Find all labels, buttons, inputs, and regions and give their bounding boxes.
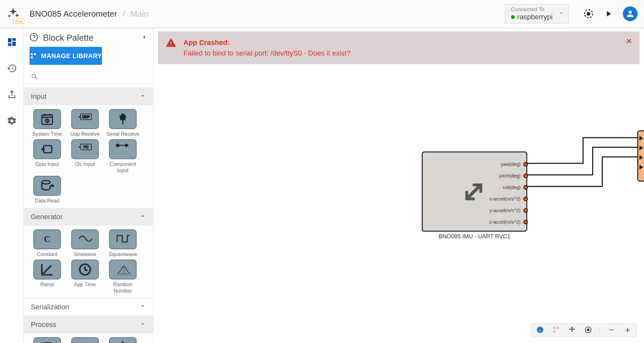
top-bar: Beta BNO085 Accelerometer / Main Connect… [0, 0, 644, 28]
port-triangle [640, 165, 643, 169]
imu-port-2[interactable]: roll(deg) [503, 184, 525, 190]
connection-label: Connected To [511, 6, 553, 13]
block-i2c-input[interactable]: I²CI2c Input [66, 139, 104, 174]
move-icon[interactable] [568, 325, 577, 334]
block-ramp[interactable]: Ramp [28, 260, 66, 294]
center-icon[interactable] [584, 325, 593, 334]
main-layout: Block Palette MANAGE LIBRARY InputSystem… [0, 28, 644, 343]
palette-title: Block Palette [43, 33, 136, 43]
svg-rect-17 [553, 327, 555, 329]
port-dot [523, 185, 528, 190]
snap-icon[interactable] [552, 325, 561, 334]
play-icon[interactable] [601, 6, 616, 21]
random-number-icon [109, 260, 137, 279]
logo: Beta [6, 6, 20, 21]
svg-point-11 [42, 181, 50, 184]
udp-receive-icon: UDP [71, 109, 99, 129]
canvas[interactable]: App Crashed: Failed to bind to serial po… [153, 28, 644, 343]
component-input-icon [109, 139, 137, 159]
collapse-panel-icon[interactable] [141, 34, 147, 42]
beta-badge: Beta [13, 19, 24, 24]
icon-rail [0, 28, 24, 343]
category-header-generator[interactable]: Generator [24, 208, 153, 226]
breadcrumb-project[interactable]: BNO085 Accelerometer [30, 9, 117, 19]
block-squarewave[interactable]: Squarewave [104, 229, 142, 258]
error-message: Failed to bind to serial port: /dev/ttyS… [183, 48, 619, 58]
category-header-serialization[interactable]: Serialization [24, 298, 153, 316]
connection-dropdown[interactable]: Connected To raspberrypi [505, 4, 569, 23]
error-banner: App Crashed: Failed to bind to serial po… [158, 31, 640, 64]
block-udp-receive[interactable]: UDPUdp Receive [66, 109, 104, 137]
info-icon[interactable] [536, 325, 545, 334]
svg-point-10 [116, 144, 119, 147]
rail-settings-icon[interactable] [4, 114, 19, 128]
block-component-input[interactable]: Component Input [104, 139, 142, 174]
chevron-down-icon [140, 303, 146, 311]
category-header-input[interactable]: Input [24, 88, 153, 105]
imu-port-1[interactable]: pitch(deg) [499, 173, 525, 178]
category-header-process[interactable]: Process [24, 316, 153, 333]
sinewave-icon [71, 229, 99, 249]
constant-icon: C [33, 229, 61, 249]
node-plot[interactable]: x1x2x3x... Plot1 [637, 130, 644, 182]
plot-port-2[interactable]: x3 [640, 155, 644, 160]
chevron-down-icon [558, 10, 564, 17]
process-1-icon [33, 337, 61, 343]
squarewave-icon [109, 229, 137, 249]
plot-port-1[interactable]: x2 [640, 145, 644, 150]
manage-library-button[interactable]: MANAGE LIBRARY [30, 47, 102, 65]
svg-rect-18 [557, 327, 559, 329]
block-process-3[interactable] [104, 337, 142, 343]
data-read-icon [33, 176, 61, 196]
imu-port-0[interactable]: yaw(deg) [501, 161, 525, 167]
wires [153, 28, 644, 343]
plot-port-3[interactable]: x... [640, 165, 644, 169]
canvas-toolbar: − + [531, 323, 637, 337]
svg-rect-19 [553, 330, 555, 333]
process-2-icon [71, 337, 99, 343]
block-sinewave[interactable]: Sinewave [66, 229, 104, 258]
avatar[interactable] [623, 6, 638, 21]
rail-history-icon[interactable] [4, 61, 19, 76]
i2c-input-icon: I²C [71, 139, 99, 159]
block-process-2[interactable] [66, 337, 104, 343]
block-data-read[interactable]: Data Read [28, 176, 66, 204]
svg-point-1 [587, 13, 590, 15]
chevron-up-icon [140, 92, 146, 101]
error-title: App Crashed: [183, 37, 619, 48]
deploy-icon[interactable] [581, 6, 596, 21]
warning-icon [165, 37, 176, 50]
imu-port-4[interactable]: y-accel(m/s^2) [489, 208, 525, 213]
block-constant[interactable]: CConstant [28, 229, 66, 258]
block-random-number[interactable]: Random Number [104, 260, 142, 294]
connection-value: raspberrypi [511, 13, 553, 21]
app-time-icon [71, 260, 99, 279]
block-gpio-input[interactable]: Gpio Input [28, 139, 66, 174]
port-dot [523, 174, 528, 178]
rail-dashboard-icon[interactable] [4, 35, 19, 49]
block-app-time[interactable]: App Time [66, 260, 104, 294]
node-imu[interactable]: yaw(deg)pitch(deg)roll(deg)x-accel(m/s^2… [422, 151, 527, 232]
breadcrumb-sep: / [123, 9, 125, 19]
imu-port-3[interactable]: x-accel(m/s^2) [489, 196, 525, 202]
error-close-button[interactable]: ✕ [626, 37, 632, 46]
imu-port-5[interactable]: z-accel(m/s^2) [489, 219, 525, 225]
block-process-1[interactable] [28, 337, 66, 343]
chevron-up-icon [140, 213, 146, 221]
breadcrumb: BNO085 Accelerometer / Main [30, 9, 148, 19]
zoom-out-button[interactable]: − [607, 325, 616, 334]
zoom-in-button[interactable]: + [623, 325, 632, 334]
node-plot-caption: Plot1 [638, 181, 644, 190]
rail-export-icon[interactable] [4, 87, 19, 102]
expand-arrow-icon [463, 180, 486, 203]
block-serial-receive[interactable]: Serial Receive [104, 109, 142, 137]
search-input[interactable] [30, 70, 147, 84]
gpio-input-icon [33, 139, 61, 159]
serial-receive-icon [109, 109, 137, 129]
help-icon[interactable] [30, 33, 38, 43]
block-system-time[interactable]: System Time [28, 109, 66, 137]
svg-text:UDP: UDP [82, 115, 89, 119]
port-dot [523, 220, 528, 224]
plot-port-0[interactable]: x1 [640, 136, 644, 141]
chevron-up-icon [140, 321, 146, 329]
